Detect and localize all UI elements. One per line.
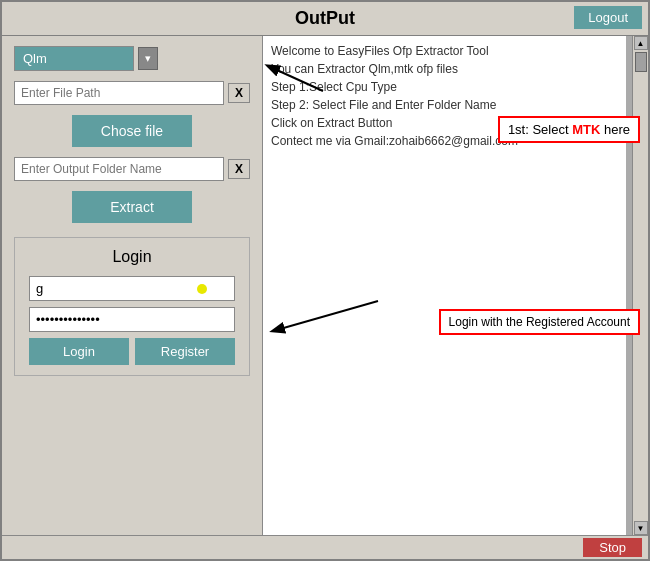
right-panel: Welcome to EasyFiles Ofp Extractor ToolY… [262,36,648,535]
app-window: OutPut Logout Qlm MTK SPD OFP ▾ X [0,0,650,561]
output-folder-input[interactable] [14,157,224,181]
username-wrapper [29,276,235,301]
output-text-area: Welcome to EasyFiles Ofp Extractor ToolY… [263,36,632,535]
register-button[interactable]: Register [135,338,235,365]
output-line: Step 1:Select Cpu Type [271,78,618,96]
left-panel: Qlm MTK SPD OFP ▾ X Chose file X Extract [2,36,262,535]
scroll-thumb[interactable] [635,52,647,72]
login-section: Login Login Register [14,237,250,376]
cpu-selector-row: Qlm MTK SPD OFP ▾ [14,46,250,71]
bottom-bar: Stop [2,535,648,559]
annotation-login: Login with the Registered Account [439,309,640,335]
scrollbar: ▲ ▼ [632,36,648,535]
scroll-down-arrow[interactable]: ▼ [634,521,648,535]
annotation-select-mtk: 1st: Select MTK here [498,116,640,143]
dropdown-arrow-button[interactable]: ▾ [138,47,158,70]
password-input[interactable] [29,307,235,332]
cursor-indicator [197,284,207,294]
extract-button[interactable]: Extract [72,191,192,223]
output-line: Step 2: Select File and Enter Folder Nam… [271,96,618,114]
output-folder-clear-button[interactable]: X [228,159,250,179]
output-line: Welcome to EasyFiles Ofp Extractor Tool [271,42,618,60]
chose-file-button[interactable]: Chose file [72,115,192,147]
login-buttons: Login Register [29,338,235,365]
content-area: Qlm MTK SPD OFP ▾ X Chose file X Extract [2,36,648,535]
login-button[interactable]: Login [29,338,129,365]
output-line: You can Extractor Qlm,mtk ofp files [271,60,618,78]
output-folder-row: X [14,157,250,181]
file-path-input[interactable] [14,81,224,105]
scroll-up-arrow[interactable]: ▲ [634,36,648,50]
file-path-row: X [14,81,250,105]
right-panel-inner: Welcome to EasyFiles Ofp Extractor ToolY… [263,36,648,535]
login-title: Login [29,248,235,266]
stop-button[interactable]: Stop [583,538,642,557]
title-bar: OutPut Logout [2,2,648,36]
logout-button[interactable]: Logout [574,6,642,29]
app-title: OutPut [295,8,355,28]
cpu-dropdown[interactable]: Qlm MTK SPD OFP [14,46,134,71]
file-path-clear-button[interactable]: X [228,83,250,103]
